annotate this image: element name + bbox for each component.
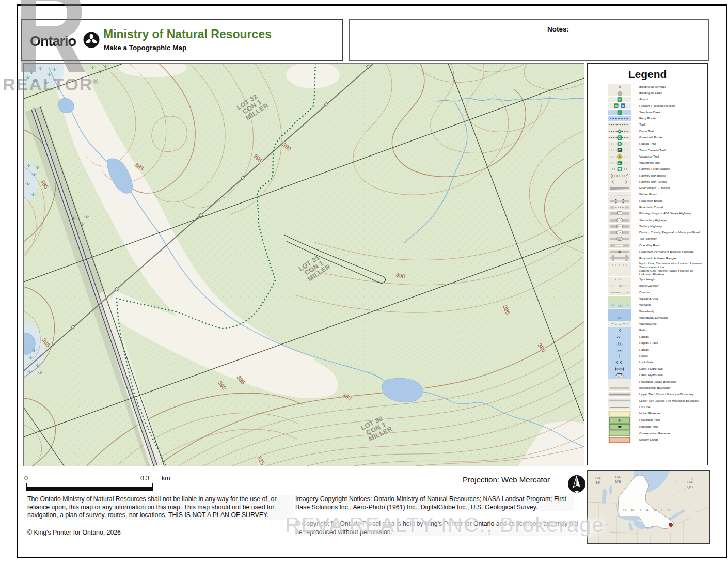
locator-inset-map: CASKCAMBCAQCO N T A R I O	[587, 470, 710, 544]
pipeline-icon	[608, 269, 631, 276]
legend-item-label: Airport	[639, 98, 648, 101]
wetland-icon	[608, 302, 631, 308]
legend-item-label: Waterbody Elevation	[639, 316, 668, 320]
svg-text:499: 499	[625, 259, 628, 261]
legend-item: Provincial \ State Boundary	[588, 379, 707, 385]
legend-item: Lock Gate	[588, 359, 707, 366]
legend-item-label: Lock Gate	[639, 361, 653, 364]
svg-text:CA: CA	[595, 476, 601, 480]
ontario-wordmark: Ontario	[30, 34, 76, 50]
legend-item-label: Bruce Trail	[639, 130, 654, 133]
legend-title: Legend	[588, 68, 707, 81]
legend-item: Voyageur Trail	[588, 153, 707, 160]
legend-item: Road with Tunnel	[588, 204, 707, 210]
natl-park-icon	[608, 424, 631, 430]
road-blocked-icon	[608, 249, 631, 255]
legend-item: Rapids \ Falls	[588, 340, 707, 347]
voyageur-icon	[608, 153, 631, 160]
notes-box: Notes:	[349, 19, 709, 61]
legend-item-label: Road with Address Ranges	[639, 257, 676, 260]
waterbody-elev-icon: 174	[608, 315, 631, 321]
legend-item-label: Provincial Park	[639, 418, 660, 422]
legend-item: Provincial Park	[588, 417, 707, 424]
tct-icon	[608, 147, 631, 153]
legend-item-label: One Way Road	[639, 244, 660, 247]
legend-item: Trans Canada Trail	[588, 147, 707, 153]
boundary-upper-icon	[608, 392, 631, 398]
lot-line-icon	[608, 404, 631, 411]
legend-item: Hydro Line, Communication Line or Unknow…	[588, 261, 707, 269]
contour-icon	[608, 289, 631, 295]
legend-item: Rocks	[588, 353, 707, 359]
legend-item-label: District, County, Regional or Municipal …	[639, 231, 700, 234]
legend-item-label: International Boundary	[639, 386, 670, 390]
hwy-primary-icon: 7	[608, 211, 631, 217]
page-subtitle: Make a Topographic Map	[104, 44, 186, 52]
svg-text:QC: QC	[687, 484, 693, 489]
legend-item-label: Wooded Area	[639, 297, 658, 301]
svg-text:365: 365	[618, 279, 621, 281]
legend-item-label: Ferry Route	[639, 117, 656, 120]
legend-item: Trail	[588, 122, 707, 128]
spot-height-icon: 365	[608, 277, 631, 283]
legend-item: 174Waterbody Elevation	[588, 315, 707, 321]
road-county-icon: 28	[608, 230, 631, 236]
legend-item: Road with Bridge	[588, 198, 707, 204]
svg-text:CA: CA	[615, 475, 621, 479]
legend-item-label: Waterfront Trail	[639, 161, 660, 165]
legend-item: Building to Scale	[588, 90, 707, 96]
legend-item-label: Rapids	[639, 335, 649, 339]
legend-item-label: Trail	[639, 123, 645, 127]
bruce-icon	[608, 128, 631, 134]
legend-item: Wetland	[588, 302, 707, 308]
legend-item: 28District, County, Regional or Municipa…	[588, 229, 707, 236]
rail-station-icon	[608, 166, 631, 173]
legend-item-label: Conservation Reserve	[639, 432, 670, 435]
legend-item-label: Heliport \ Hospital Heliport	[639, 104, 675, 108]
legend-item-label: Waterbody	[639, 310, 654, 314]
legend-item-label: Military Lands	[639, 438, 658, 442]
legend-item: Winter Road	[588, 192, 707, 198]
rail-tunnel-icon	[608, 179, 631, 185]
legend-item-label: Trans Canada Trail	[639, 149, 666, 152]
legend-item: Waterbody	[588, 308, 707, 315]
legend-item-label: Spot Height	[639, 278, 655, 281]
legend-item: Watercourse	[588, 321, 707, 327]
legend-item-label: Building to Scale	[639, 91, 662, 95]
svg-text:H: H	[622, 105, 624, 108]
legend-item: Natural Gas Pipeline, Water Pipeline or …	[588, 269, 707, 277]
legend-item: Dam \ Hydro Wall	[588, 372, 707, 379]
waterbody-icon	[608, 308, 631, 315]
legend-item-label: Wetland	[639, 303, 651, 307]
legend-item: Rapids	[588, 347, 707, 353]
legend-item: ✈Airport	[588, 97, 707, 103]
legend-item: 407Toll Highway	[588, 236, 707, 242]
legend-item: ⚓Seaplane Base	[588, 109, 707, 115]
waterfront-icon	[608, 160, 631, 166]
conservation-icon	[608, 430, 631, 436]
legend-item: Wooded Area	[588, 295, 707, 302]
legend-item: Military Lands	[588, 437, 707, 444]
legend-item-label: Rapids \ Falls	[639, 341, 658, 345]
legend-item-label: Contour	[639, 291, 650, 294]
svg-text:⚓: ⚓	[618, 111, 622, 115]
svg-text:O N T A R I O: O N T A R I O	[623, 508, 672, 512]
legend-item-label: Falls	[639, 329, 646, 332]
legend-item-label: Dam \ Hydro Wall	[639, 373, 663, 377]
legend-item: Conservation Reserve	[588, 430, 707, 437]
rapids-icon	[608, 334, 631, 340]
legend-item: Road (Major → Minor)	[588, 185, 707, 192]
legend-item: Railway with Bridge	[588, 173, 707, 179]
hwy-tertiary-icon: 801	[608, 224, 631, 230]
legend-item: Lower Tier \ Single Tier Municipal Bound…	[588, 398, 707, 404]
legend-item: Indian Reserve	[588, 410, 707, 417]
svg-text:900: 900	[625, 255, 628, 257]
airport-icon: ✈	[608, 97, 631, 103]
building-scale-icon	[608, 90, 631, 97]
rideau-icon	[608, 141, 631, 147]
legend-item: Bruce Trail	[588, 128, 707, 134]
svg-text:174: 174	[618, 317, 621, 319]
legend-item: Ferry Route	[588, 115, 707, 121]
svg-text:✈: ✈	[618, 98, 621, 101]
greenbelt-icon	[608, 135, 631, 141]
